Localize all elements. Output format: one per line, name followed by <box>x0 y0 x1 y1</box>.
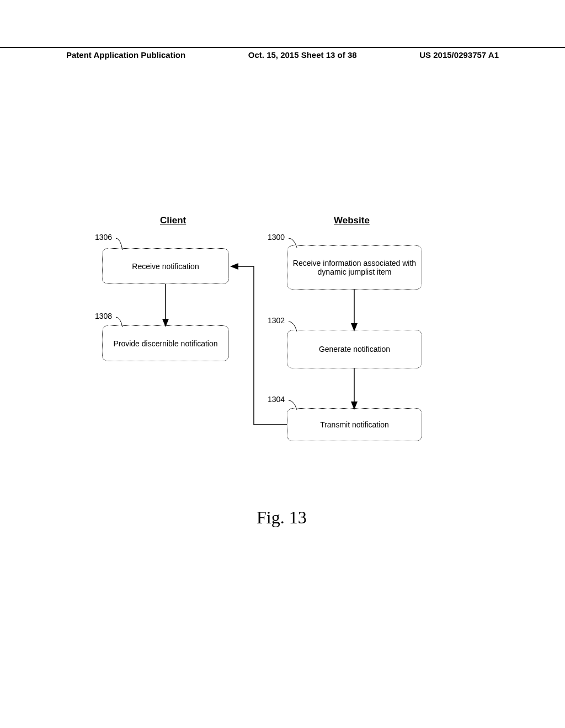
box-generate-notification-text: Generate notification <box>319 345 390 354</box>
ref-1302: 1302 <box>268 316 285 325</box>
box-transmit-notification: Transmit notification <box>287 408 422 441</box>
box-transmit-notification-text: Transmit notification <box>320 420 389 429</box>
box-provide-discernible-text: Provide discernible notification <box>113 339 217 348</box>
box-receive-notification: Receive notification <box>102 248 229 284</box>
page: Patent Application Publication Oct. 15, … <box>0 0 565 728</box>
ref-1304: 1304 <box>268 395 285 404</box>
ref-1300: 1300 <box>268 233 285 242</box>
figure-caption: Fig. 13 <box>257 507 307 528</box>
ref-1308: 1308 <box>95 312 112 320</box>
header-left: Patent Application Publication <box>66 50 185 60</box>
connectors-svg <box>0 0 565 728</box>
box-receive-information: Receive information associated with dyna… <box>287 245 422 290</box>
column-header-client: Client <box>160 215 186 226</box>
column-header-website: Website <box>334 215 370 226</box>
header-right: US 2015/0293757 A1 <box>419 50 499 60</box>
header-center: Oct. 15, 2015 Sheet 13 of 38 <box>248 50 357 60</box>
page-header: Patent Application Publication Oct. 15, … <box>0 47 565 60</box>
box-receive-notification-text: Receive notification <box>132 262 199 271</box>
box-generate-notification: Generate notification <box>287 330 422 368</box>
ref-1306: 1306 <box>95 233 112 242</box>
box-receive-information-text: Receive information associated with dyna… <box>291 259 418 276</box>
box-provide-discernible: Provide discernible notification <box>102 325 229 361</box>
